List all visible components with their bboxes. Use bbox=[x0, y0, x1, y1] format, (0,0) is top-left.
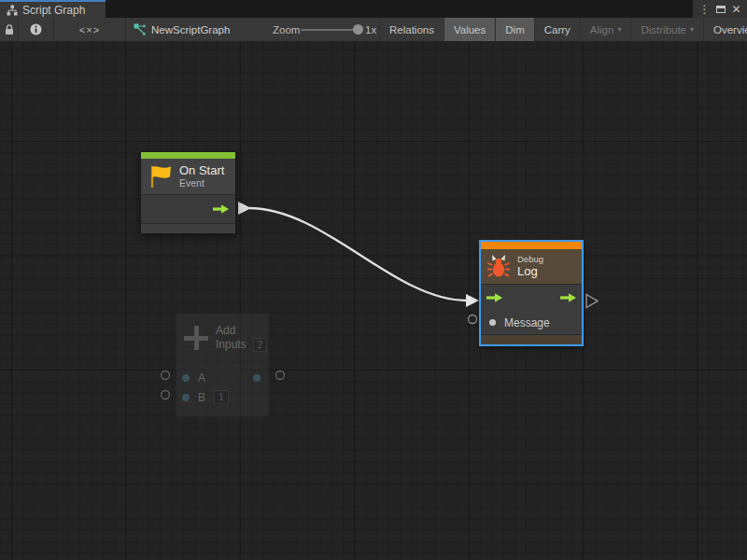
graph-toolbar: <×> NewScriptGraph Zoom 1x Relations Val… bbox=[0, 18, 747, 42]
node-debug-log[interactable]: Debug Log Message bbox=[480, 241, 583, 345]
overview-button[interactable]: Overview bbox=[703, 18, 747, 41]
zoom-slider-knob[interactable] bbox=[353, 24, 363, 35]
inputs-count-field[interactable]: 2 bbox=[253, 338, 268, 352]
event-color-strip bbox=[141, 152, 235, 159]
window-menu-icon[interactable]: ⋮ bbox=[698, 4, 710, 15]
distribute-label: Distribute bbox=[641, 24, 686, 35]
carry-label: Carry bbox=[544, 24, 571, 35]
message-value-port[interactable] bbox=[489, 319, 496, 326]
flow-output-port[interactable] bbox=[560, 292, 576, 303]
script-graph-asset-icon bbox=[134, 23, 146, 35]
value-port-a[interactable] bbox=[182, 374, 190, 382]
code-icon: <×> bbox=[79, 24, 100, 35]
graph-canvas[interactable]: On Start Event bbox=[0, 42, 747, 560]
title-strip: Script Graph ⋮ ✕ bbox=[0, 0, 747, 18]
dim-toggle[interactable]: Dim bbox=[495, 18, 533, 41]
debug-color-strip bbox=[481, 242, 582, 249]
plus-icon bbox=[184, 326, 208, 350]
info-icon bbox=[30, 23, 42, 35]
overview-label: Overview bbox=[713, 24, 747, 35]
window-controls: ⋮ ✕ bbox=[693, 0, 747, 18]
node-footer bbox=[481, 334, 582, 344]
distribute-dropdown[interactable]: Distribute ▾ bbox=[630, 18, 703, 41]
carry-toggle[interactable]: Carry bbox=[534, 18, 580, 41]
lock-icon bbox=[5, 24, 14, 35]
node-add-inputs-wrapper: Add Inputs 2 A B 1 bbox=[159, 313, 289, 425]
port-b-value-field[interactable]: 1 bbox=[214, 390, 229, 404]
tab-title: Script Graph bbox=[22, 4, 85, 17]
node-category: Debug bbox=[517, 254, 543, 264]
debug-message-row: Message bbox=[481, 311, 582, 334]
debug-flow-row bbox=[481, 284, 582, 311]
on-start-output-row bbox=[141, 194, 235, 223]
tab-script-graph[interactable]: Script Graph bbox=[0, 0, 106, 18]
align-dropdown[interactable]: Align ▾ bbox=[580, 18, 631, 41]
graph-hierarchy-icon bbox=[7, 5, 18, 16]
node-title: On Start bbox=[179, 164, 224, 178]
node-add-inputs[interactable]: Add Inputs 2 A B 1 bbox=[176, 313, 269, 417]
lock-button[interactable] bbox=[0, 18, 19, 41]
node-title: Log bbox=[517, 264, 543, 279]
values-label: Values bbox=[454, 24, 486, 35]
chevron-down-icon: ▾ bbox=[617, 25, 621, 34]
output-trigger-outline-icon bbox=[586, 295, 598, 308]
node-footer bbox=[141, 223, 235, 233]
wire-start-cap bbox=[238, 202, 251, 215]
message-port-label: Message bbox=[504, 316, 550, 329]
zoom-slider-track[interactable] bbox=[301, 29, 354, 31]
dim-label: Dim bbox=[505, 24, 524, 35]
code-preview-toggle[interactable]: <×> bbox=[54, 18, 126, 41]
maximize-icon[interactable] bbox=[716, 6, 726, 13]
value-port-b[interactable] bbox=[182, 394, 190, 401]
toolbar-buttons: Relations Values Dim Carry Align ▾ Distr… bbox=[379, 18, 747, 41]
info-button[interactable] bbox=[19, 18, 54, 41]
add-title-line1: Add bbox=[216, 324, 267, 338]
zoom-value: 1x bbox=[365, 18, 376, 41]
values-toggle[interactable]: Values bbox=[444, 18, 495, 41]
add-title-line2: Inputs bbox=[216, 338, 247, 352]
graph-asset-name: NewScriptGraph bbox=[151, 24, 230, 35]
graph-asset[interactable]: NewScriptGraph bbox=[126, 18, 230, 41]
add-node-body: A B 1 bbox=[176, 362, 268, 407]
wire-overlay bbox=[0, 42, 747, 560]
bug-icon bbox=[487, 255, 510, 279]
wire-arrowhead bbox=[466, 294, 479, 307]
add-node-header: Add Inputs 2 bbox=[176, 314, 268, 362]
node-on-start[interactable]: On Start Event bbox=[140, 151, 236, 234]
flag-icon bbox=[148, 163, 173, 189]
port-a-label: A bbox=[198, 371, 205, 385]
chevron-down-icon: ▾ bbox=[690, 25, 694, 34]
on-start-header: On Start Event bbox=[141, 159, 235, 194]
relations-label: Relations bbox=[389, 24, 434, 35]
port-row-a: A bbox=[176, 368, 268, 387]
control-wire bbox=[249, 208, 467, 301]
value-output-port[interactable] bbox=[253, 374, 261, 382]
debug-log-header: Debug Log bbox=[481, 249, 582, 284]
port-row-b: B 1 bbox=[176, 387, 268, 407]
port-b-label: B bbox=[198, 391, 205, 404]
relations-toggle[interactable]: Relations bbox=[379, 18, 444, 41]
flow-output-port[interactable] bbox=[213, 203, 229, 215]
close-icon[interactable]: ✕ bbox=[731, 4, 740, 15]
flow-input-port[interactable] bbox=[486, 292, 502, 303]
zoom-label: Zoom bbox=[273, 18, 300, 41]
message-port-ring bbox=[469, 315, 477, 324]
node-subtitle: Event bbox=[179, 177, 224, 189]
align-label: Align bbox=[590, 24, 614, 35]
